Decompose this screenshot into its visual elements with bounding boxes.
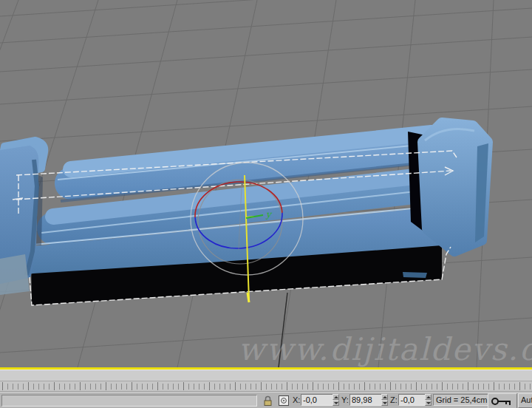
key-icon <box>491 396 514 407</box>
z-coordinate-label: Z: <box>390 395 398 404</box>
status-bar: X: Y: Z: Grid = 25,4cm Auto <box>0 392 532 408</box>
grid-size-display: Grid = 25,4cm <box>433 394 491 406</box>
prompt-line <box>1 395 257 407</box>
viewport-canvas: y <box>0 0 532 367</box>
y-coordinate-label: Y: <box>341 395 349 404</box>
x-coordinate-label: X: <box>293 395 300 404</box>
application-window: y www.dijitaldevs.com X: Y: <box>0 0 532 408</box>
absolute-mode-icon <box>278 395 290 407</box>
auto-key-button[interactable]: Auto <box>518 393 532 408</box>
y-coordinate-input[interactable] <box>349 394 382 406</box>
grid-axis-line <box>279 293 287 367</box>
set-key-button[interactable] <box>488 393 517 408</box>
z-coordinate-spinner[interactable] <box>425 394 432 406</box>
x-coordinate-spinner[interactable] <box>332 394 339 406</box>
track-bar-ruler[interactable] <box>0 381 532 392</box>
sofa-model[interactable] <box>0 123 488 305</box>
time-slider[interactable] <box>0 370 532 381</box>
absolute-mode-toggle[interactable] <box>277 394 290 407</box>
y-coordinate-spinner[interactable] <box>381 394 388 406</box>
selection-lock-button[interactable] <box>261 394 274 407</box>
x-coordinate-input[interactable] <box>301 394 333 406</box>
perspective-viewport[interactable]: y <box>0 0 532 367</box>
lock-icon <box>263 395 273 407</box>
active-viewport-border <box>0 367 532 370</box>
